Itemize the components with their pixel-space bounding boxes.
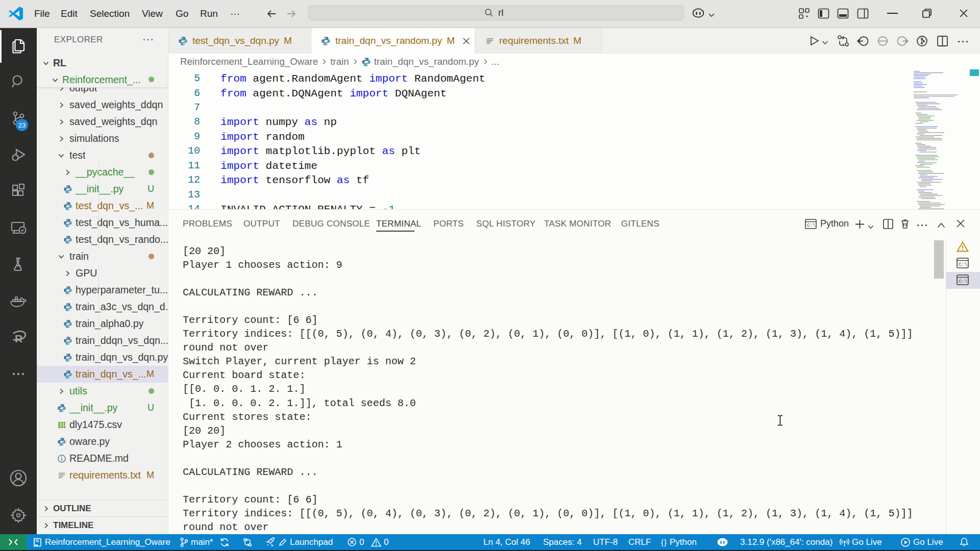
svg-text:C:\: C:\ <box>959 279 967 284</box>
svg-text:C:\: C:\ <box>959 262 967 267</box>
svg-text:C:\: C:\ <box>807 223 815 228</box>
svg-text:R: R <box>15 333 22 344</box>
